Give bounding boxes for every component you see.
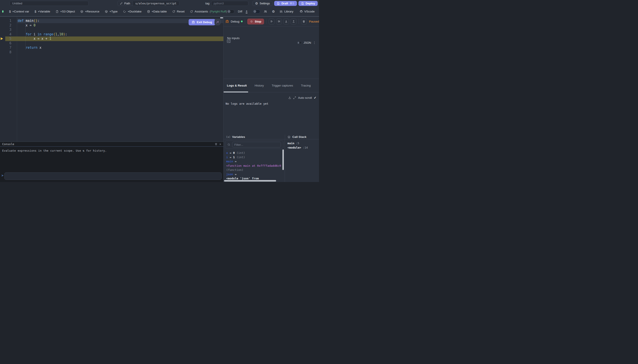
ducklake-label: +Ducklake (128, 10, 141, 13)
result-tabs: Logs & Result History Trigger captures T… (224, 79, 319, 92)
editor-settings-icon[interactable]: ⚙ (272, 10, 275, 13)
callstack-body: main :5<module> :14 (285, 140, 319, 182)
library-button[interactable]: Library (280, 10, 293, 13)
debug-status: Paused (309, 20, 319, 23)
line-number[interactable]: 7 (0, 46, 11, 50)
ai-assist-button[interactable] (215, 19, 220, 25)
variables-horizontal-scrollbar[interactable] (224, 180, 276, 182)
file-icon (56, 10, 59, 13)
toolbar-right: Diff ± ⚙ Library VScode (227, 10, 315, 14)
expand-logs-icon[interactable] (293, 96, 296, 99)
stop-button[interactable]: Stop (247, 18, 264, 24)
editor-scrollbar-thumb[interactable] (220, 17, 223, 18)
magic-wand-icon (216, 20, 219, 24)
code-line[interactable]: 6 (0, 41, 223, 46)
variables-filter-input[interactable] (232, 142, 281, 148)
tab-trigger-captures[interactable]: Trigger captures (272, 84, 293, 87)
diff-plus-minus-icon[interactable]: ± (246, 10, 248, 13)
assistants-button[interactable]: Assistants (Pyright Ruff) (190, 10, 227, 13)
continue-button[interactable] (269, 18, 274, 24)
tag-input[interactable] (211, 1, 248, 6)
add-context-var-button[interactable]: $ +Context var (9, 10, 29, 13)
users-icon[interactable] (264, 10, 267, 13)
code-line[interactable]: 7 return x (0, 46, 223, 50)
debug-header: Debug Stop (224, 16, 319, 26)
draft-shortcut: ⌘S (290, 2, 294, 5)
console-prompt: > (2, 174, 3, 177)
variables-callstack-headers: (x) Variables Call Stack (224, 134, 319, 140)
variable-row[interactable]: (function) (226, 168, 281, 172)
add-type-button[interactable]: +Type (105, 10, 117, 13)
logs-area: Auto scroll ✓ No logs are available yet (224, 92, 319, 134)
line-number[interactable]: 8 (0, 50, 11, 54)
download-logs-icon[interactable] (288, 96, 291, 99)
dollar-icon: $ (35, 10, 36, 13)
variable-row[interactable]: i = 1 (int) (226, 155, 281, 160)
tab-tracing[interactable]: Tracing (301, 84, 311, 87)
line-number[interactable]: 4 (0, 32, 11, 37)
code-line[interactable]: 3 (0, 28, 223, 32)
vscode-button[interactable]: VScode (300, 10, 315, 13)
script-path-value[interactable]: u/alex/prosperous_script (133, 1, 179, 6)
script-title-input[interactable] (10, 1, 89, 6)
line-number[interactable]: 1 (0, 18, 11, 23)
json-toggle-label: JSON (303, 41, 311, 44)
add-data-table-button[interactable]: +Data table (147, 10, 167, 13)
kebab-menu-icon[interactable]: ⋮ (313, 41, 316, 44)
tab-history[interactable]: History (255, 84, 264, 87)
bug-icon (192, 20, 195, 24)
step-out-button[interactable] (291, 18, 296, 24)
auto-scroll-label[interactable]: Auto scroll (298, 96, 312, 100)
step-into-button[interactable] (283, 18, 289, 24)
multiplayer-toggle[interactable] (253, 10, 260, 14)
line-number[interactable]: 3 (0, 28, 11, 32)
clear-debug-button[interactable] (301, 18, 307, 24)
code-line[interactable]: 8 (0, 50, 223, 54)
debug-current-line-arrow-icon (1, 37, 3, 40)
settings-button[interactable]: ⚙ Settings (252, 1, 273, 6)
variable-row[interactable]: json = (226, 172, 281, 176)
add-s3-object-button[interactable]: +S3 Object (56, 10, 75, 13)
data-table-label: +Data table (152, 10, 167, 13)
variable-row[interactable]: <function main at 0xffffadadd6c0> (226, 164, 281, 168)
variables-list: x = 0 (int)i = 1 (int)main =<function ma… (226, 151, 281, 180)
callstack-frame[interactable]: <module> :14 (288, 146, 319, 150)
code-line[interactable]: 4 for i in range(1,10): (0, 32, 223, 37)
console-hint: Evaluate expressions in the current scop… (2, 149, 107, 152)
tab-logs-result[interactable]: Logs & Result (227, 84, 247, 87)
line-number[interactable]: 6 (0, 41, 11, 46)
running-dot-icon (241, 20, 243, 22)
edit-path-button[interactable]: Path (117, 1, 133, 6)
variables-vertical-scrollbar[interactable] (283, 150, 284, 170)
deploy-button[interactable]: Deploy (298, 1, 318, 6)
reset-button[interactable]: Reset (172, 10, 184, 13)
add-ducklake-button[interactable]: +Ducklake (123, 10, 141, 13)
draft-button[interactable]: Draft ⌘S (274, 1, 297, 6)
line-number[interactable]: 2 (0, 23, 11, 28)
type-label: +Type (109, 10, 117, 13)
console-input[interactable] (4, 172, 222, 180)
json-toggle[interactable] (297, 41, 302, 44)
variable-row[interactable]: main = (226, 159, 281, 164)
reset-label: Reset (177, 10, 184, 13)
callstack-frame[interactable]: main :5 (288, 141, 319, 146)
variable-row[interactable]: x = 0 (int) (226, 151, 281, 155)
close-console-icon[interactable]: × (220, 143, 221, 146)
path-group: Path u/alex/prosperous_script (117, 1, 179, 6)
code-editor[interactable]: 1def main():2 x = 034 for i in range(1,1… (0, 16, 223, 142)
diff-toggle[interactable] (227, 10, 234, 14)
add-resource-button[interactable]: +Resource (80, 10, 99, 13)
topbar: Path u/alex/prosperous_script tag ⚙ Sett… (0, 0, 319, 7)
code-lines: 1def main():2 x = 034 for i in range(1,1… (0, 16, 223, 142)
code-line[interactable]: 5 x = x + 1 (0, 36, 223, 41)
gear-icon: ⚙ (255, 2, 258, 5)
add-variable-button[interactable]: $ +Variable (35, 10, 50, 13)
clear-console-trash-icon[interactable] (215, 143, 218, 146)
check-icon[interactable]: ✓ (314, 96, 316, 100)
exit-debug-button[interactable]: Exit Debug (189, 19, 215, 25)
variables-title: Variables (232, 135, 245, 138)
search-icon (227, 143, 230, 146)
tag-label: tag (205, 2, 209, 5)
variable-row[interactable]: <module 'json' from (226, 176, 281, 180)
step-over-button[interactable] (276, 18, 282, 24)
